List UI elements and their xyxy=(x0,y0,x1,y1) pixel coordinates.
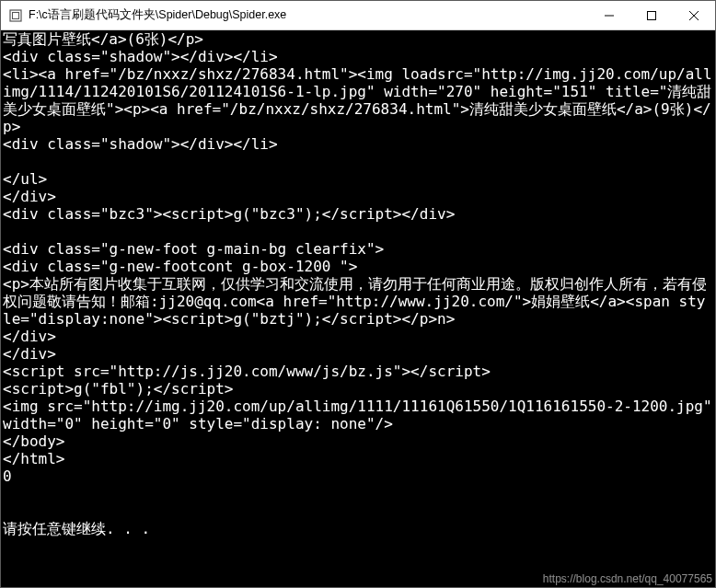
console-line: </html> xyxy=(3,450,713,467)
console-line: 请按任意键继续. . . xyxy=(3,520,713,537)
console-line: <div class="g-new-footcont g-box-1200 "> xyxy=(3,258,713,275)
console-line: </div> xyxy=(3,188,713,205)
svg-rect-0 xyxy=(10,10,21,21)
app-icon xyxy=(8,8,23,23)
console-line: </div> xyxy=(3,345,713,363)
console-line: <script src="http://js.jj20.com/www/js/b… xyxy=(3,363,713,380)
titlebar[interactable]: F:\c语言刷题代码文件夹\Spider\Debug\Spider.exe xyxy=(1,1,715,30)
svg-rect-3 xyxy=(648,11,656,19)
console-line: 写真图片壁纸</a>(6张)</p> xyxy=(3,30,713,48)
console-line: <div class="bzc3"><script>g("bzc3");</sc… xyxy=(3,205,713,223)
window-controls xyxy=(588,1,715,29)
minimize-icon xyxy=(605,11,614,20)
console-output[interactable]: 写真图片壁纸</a>(6张)</p><div class="shadow"></… xyxy=(1,30,715,587)
console-line: <img src="http://img.jj20.com/up/allimg/… xyxy=(3,398,713,432)
console-line xyxy=(3,223,713,240)
console-line: <div class="shadow"></div></li> xyxy=(3,48,713,65)
console-line: </div> xyxy=(3,328,713,345)
app-window: F:\c语言刷题代码文件夹\Spider\Debug\Spider.exe 写真… xyxy=(0,0,716,588)
console-line: 0 xyxy=(3,467,713,485)
console-line: <div class="g-new-foot g-main-bg clearfi… xyxy=(3,240,713,258)
minimize-button[interactable] xyxy=(588,1,630,29)
console-line: <script>g("fbl");</script> xyxy=(3,380,713,398)
close-button[interactable] xyxy=(673,1,715,29)
close-icon xyxy=(689,11,699,20)
console-line xyxy=(3,502,713,520)
console-line xyxy=(3,153,713,170)
console-line: <p>本站所有图片收集于互联网，仅供学习和交流使用，请勿用于任何商业用途。版权归… xyxy=(3,275,713,328)
console-line: <li><a href="/bz/nxxz/shxz/276834.html">… xyxy=(3,65,713,135)
console-line xyxy=(3,485,713,502)
console-line: </ul> xyxy=(3,170,713,188)
window-title: F:\c语言刷题代码文件夹\Spider\Debug\Spider.exe xyxy=(29,7,588,23)
maximize-button[interactable] xyxy=(630,1,673,29)
watermark: https://blog.csdn.net/qq_40077565 xyxy=(543,572,712,585)
svg-rect-1 xyxy=(13,12,19,18)
console-line: <div class="shadow"></div></li> xyxy=(3,135,713,153)
maximize-icon xyxy=(647,11,656,20)
console-line: </body> xyxy=(3,432,713,450)
